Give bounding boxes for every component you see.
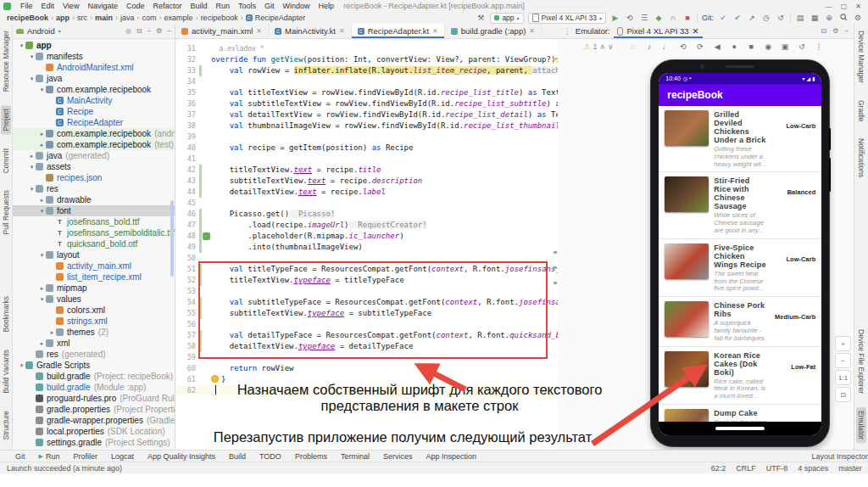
history-icon[interactable]: ◷ [761,14,771,22]
tool-button-bookmarks[interactable]: Bookmarks [1,293,11,336]
tree-item-layout[interactable]: ▾layout [13,249,175,260]
snapshots-icon[interactable]: ↺ [798,42,807,51]
tree-item-recipeadapter[interactable]: CRecipeAdapter [13,117,175,128]
project-header-icon[interactable]: ◎ [125,27,131,35]
list-item[interactable]: Grilled Deviled Chickens Under a BrickGr… [659,106,821,172]
rollback-icon[interactable]: ↺ [776,14,786,22]
build-hammer-icon[interactable]: ⚒ [476,14,486,22]
stop-icon[interactable]: ■ [682,14,693,22]
code-line-49[interactable]: 49 .into(thumbnailImageView) [175,242,558,253]
git-push-icon[interactable]: ↗ [747,14,757,22]
tab-activity-main-xml[interactable]: activity_main.xml✕ [175,24,269,38]
debug-icon[interactable]: ◆ [654,14,664,22]
tool-window-button-app-quality-insights[interactable]: App Quality Insights [141,452,222,461]
tool-button-pull-requests[interactable]: Pull Requests [1,187,11,238]
code-line-46[interactable]: 46 Picasso.get() Picasso! [175,209,558,220]
tree-item-res[interactable]: res(generated) [13,349,175,360]
code-line-34[interactable]: 34 [175,76,558,87]
home-icon[interactable]: ● [730,42,739,51]
breadcrumb-item[interactable]: main [95,14,113,22]
sync-gradle-icon[interactable]: ⊕ [824,14,834,22]
tree-item-recipe[interactable]: CRecipe [13,106,175,117]
record-icon[interactable]: ▣ [781,42,790,51]
zoom-in-button[interactable]: + [835,336,851,351]
tool-window-button-build[interactable]: Build [222,452,253,461]
overview-icon[interactable]: ■ [747,42,756,51]
tool-window-button-git[interactable]: Git [8,452,32,461]
power-icon[interactable]: ◌ [628,42,637,51]
menu-window[interactable]: Window [279,2,314,10]
code-line-39[interactable]: 39 [175,132,558,143]
breadcrumb-item[interactable]: recipebook [201,14,238,22]
tool-button-build-variants[interactable]: Build Variants [1,346,11,397]
tool-button-resource-manager[interactable]: Resource Manager [1,27,11,95]
menu-navigate[interactable]: Navigate [83,2,122,10]
list-item[interactable]: Five-Spice Chicken Wings RecipeThe sweet… [659,239,821,297]
recipe-list[interactable]: Grilled Deviled Chickens Under a BrickGr… [659,106,821,422]
menu-file[interactable]: File [16,2,37,10]
tree-item-values[interactable]: ▾values [13,294,175,305]
project-header-icon[interactable]: ⚙ [156,27,162,35]
tool-window-button-problems[interactable]: Problems [288,452,334,461]
zoom-reset-button[interactable]: 1:1 [835,370,851,385]
code-line-37[interactable]: 37 val detailTextView = rowView.findView… [175,109,558,120]
breadcrumb-item[interactable]: RecipeAdapter [255,14,306,22]
emulator-device-tab[interactable]: Pixel 4 XL API 33 ✕ [614,24,702,38]
back-icon[interactable]: ◀ [713,42,722,51]
list-item[interactable]: Chinese Pork RibsA superquick family fav… [659,297,821,346]
tree-item-java[interactable]: ▾java [13,73,175,84]
indent-indicator[interactable]: 4 spaces [798,464,828,473]
layout-inspector-icon[interactable]: ▦ [810,14,820,22]
close-button[interactable]: ✕ [855,3,861,10]
tree-item-proguard-rules-pro[interactable]: proguard-rules.pro(ProGuard Rules for ":… [13,393,175,404]
tool-button-device-manager[interactable]: Device Manager [856,27,866,87]
tree-item-mainactivity[interactable]: CMainActivity [13,95,175,106]
menu-git[interactable]: Git [260,2,279,10]
emulator-header-icon[interactable]: ⊡ [821,27,827,35]
tree-item-gradle-scripts[interactable]: ▾Gradle Scripts [13,360,175,371]
tree-item-activity-main-xml[interactable]: activity_main.xml [13,260,175,271]
tool-window-button-logcat[interactable]: Logcat [104,452,141,461]
tree-item-drawable[interactable]: ▸drawable [13,194,175,205]
project-header-icon[interactable]: ⊟ [136,27,142,35]
code-line-44[interactable]: 44 detailTextView.text = recipe.label [175,187,558,198]
search-everywhere-icon[interactable] [838,14,849,23]
rotate-right-icon[interactable]: ⟳ [696,42,705,51]
git-commit-icon[interactable]: ✔ [732,14,743,22]
tool-window-button-services[interactable]: Services [376,452,420,461]
project-header-icon[interactable]: − [167,27,171,35]
caret-position[interactable]: 62:2 [711,464,726,473]
tree-item-xml[interactable]: ▸xml [13,338,175,349]
code-line-48[interactable]: 48 .placeholder(R.mipmap.ic_launcher) [175,231,558,242]
apply-changes-icon[interactable]: ⟲ [625,14,635,22]
tree-item-androidmanifest-xml[interactable]: AndroidManifest.xml [13,62,175,73]
more-icon[interactable]: ⋮ [815,42,824,51]
tree-item-josefinsans-semibolditalic-ttf[interactable]: Tjosefinsans_semibolditalic.ttf [13,227,175,238]
tab-close-icon[interactable]: ✕ [432,27,438,35]
breadcrumb-item[interactable]: java [120,14,135,22]
tree-item-gradle-wrapper-properties[interactable]: gradle-wrapper.properties(Gradle Version… [13,415,175,426]
run-configurations-icon[interactable]: ☰ [639,14,649,22]
tab-recipeadapter-kt[interactable]: CRecipeAdapter.kt✕ [352,24,445,38]
maximize-button[interactable]: ▢ [841,3,848,10]
rotate-left-icon[interactable]: ⟲ [679,42,688,51]
tree-item-mipmap[interactable]: ▸mipmap [13,283,175,294]
tree-item-java[interactable]: ▸java(generated) [13,150,175,161]
zoom-out-button[interactable]: − [835,353,851,368]
tree-item-app[interactable]: ▾app [13,40,175,51]
tree-item-com-example-recipebook[interactable]: ▾com.example.recipebook [13,84,175,95]
tree-item-build-gradle[interactable]: build.gradle(Module :app) [13,382,175,393]
tree-item-recipes-json[interactable]: recipes.json [13,172,175,183]
code-line-45[interactable]: 45 [175,198,558,209]
code-line-60[interactable]: 60 return rowView [175,363,558,374]
project-panel-header[interactable]: Android ▾ ◎⊟÷⚙− [13,24,175,39]
tool-window-button-profiler[interactable]: Profiler [66,452,104,461]
tree-item-font[interactable]: ▾font [13,205,175,216]
tab-close-icon[interactable]: ✕ [339,27,345,35]
menu-tools[interactable]: Tools [234,2,260,10]
tab-mainactivity-kt[interactable]: CMainActivity.kt✕ [269,24,352,38]
tool-button-project[interactable]: Project [1,105,11,134]
tree-item-assets[interactable]: ▾assets [13,161,175,172]
tree-item-colors-xml[interactable]: colors.xml [13,305,175,316]
project-view-selector[interactable]: Android [27,26,55,36]
